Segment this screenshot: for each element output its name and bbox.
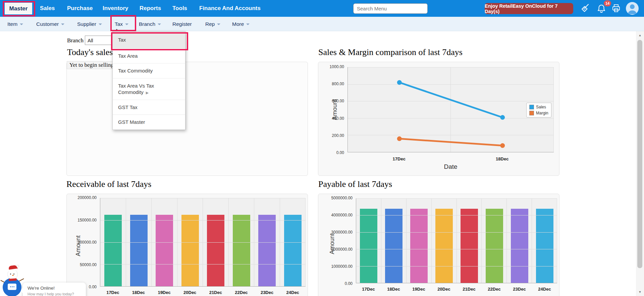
- point-margin-18Dec[interactable]: [500, 143, 505, 148]
- chat-status-text: We're Online!: [28, 286, 82, 291]
- subnav-item-register[interactable]: Register: [172, 17, 192, 31]
- nav-item-master[interactable]: Master: [5, 3, 32, 14]
- bar-23Dec[interactable]: [511, 209, 528, 283]
- y-tick-label: 2000000.00: [331, 247, 353, 252]
- todays-sales-empty-message: Yet to begin selling: [67, 61, 116, 69]
- chat-message-bubble[interactable]: We're Online! How may I help you today?: [23, 283, 86, 296]
- x-tick-label: 19Dec: [412, 287, 425, 292]
- y-tick-label: 400.00: [332, 116, 344, 121]
- bar-17Dec[interactable]: [104, 215, 122, 286]
- bar-23Dec[interactable]: [258, 215, 276, 286]
- bar-22Dec[interactable]: [233, 215, 250, 286]
- bar-17Dec[interactable]: [360, 209, 377, 283]
- nav-item-sales[interactable]: Sales: [40, 0, 55, 17]
- y-tick-label: 50000.00: [80, 262, 97, 267]
- chat-bubble-icon: [8, 284, 16, 290]
- subnav-item-rep[interactable]: Rep: [205, 17, 220, 31]
- dropdown-item-tax-area-vs-tax-commodity[interactable]: Tax Area Vs Tax Commodity▶: [113, 79, 185, 100]
- dropdown-item-tax-area[interactable]: Tax Area: [113, 49, 185, 64]
- chart-legend: SalesMargin: [526, 103, 551, 117]
- point-sales-18Dec[interactable]: [500, 115, 505, 120]
- point-sales-17Dec[interactable]: [397, 80, 402, 85]
- chevron-down-icon: [246, 23, 250, 25]
- scrollbar-thumb[interactable]: [637, 40, 642, 268]
- subnav-item-item[interactable]: Item: [7, 17, 23, 31]
- x-tick-label: 18Dec: [132, 290, 145, 295]
- chat-greeting-text: How may I help you today?: [28, 292, 82, 296]
- sales-margin-chart-title: Sales & Margin comparison of last 7days: [318, 47, 463, 57]
- point-margin-17Dec[interactable]: [397, 136, 402, 141]
- bar-21Dec[interactable]: [461, 209, 478, 283]
- dropdown-item-gst-master[interactable]: GST Master: [113, 115, 185, 130]
- x-tick-label: 17Dec: [106, 290, 119, 295]
- plot-area: [347, 67, 554, 152]
- y-axis-tick-labels: 5000000.004000000.003000000.002000000.00…: [318, 196, 353, 286]
- dropdown-item-tax[interactable]: Tax: [113, 32, 185, 49]
- branch-label: Branch: [67, 37, 84, 44]
- notification-count-badge: 14: [604, 0, 611, 6]
- payable-chart-panel: Amount 5000000.004000000.003000000.00200…: [318, 194, 559, 296]
- master-sub-navigation: Item Customer Supplier Tax Branch Regist…: [0, 17, 644, 31]
- bar-20Dec[interactable]: [435, 209, 453, 283]
- search-input[interactable]: [353, 3, 428, 14]
- bar-20Dec[interactable]: [181, 215, 199, 286]
- bar-21Dec[interactable]: [207, 215, 224, 286]
- line-sales[interactable]: [399, 83, 503, 117]
- x-tick-label: 21Dec: [463, 287, 475, 292]
- line-margin[interactable]: [399, 139, 503, 145]
- x-tick-label: 18Dec: [496, 156, 508, 161]
- bar-24Dec[interactable]: [536, 209, 553, 283]
- x-tick-label: 20Dec: [183, 290, 196, 295]
- nav-item-tools[interactable]: Tools: [172, 0, 187, 17]
- legend-item-sales[interactable]: Sales: [529, 105, 548, 109]
- plot-area: [356, 198, 557, 283]
- bar-19Dec[interactable]: [410, 209, 428, 283]
- snowman-hat-pom: [16, 265, 19, 267]
- user-avatar[interactable]: [626, 2, 639, 15]
- x-axis-tick-labels: 17Dec18Dec19Dec20Dec21Dec22Dec23Dec24Dec: [356, 287, 557, 292]
- legend-swatch: [529, 111, 534, 115]
- bar-18Dec[interactable]: [130, 215, 148, 286]
- vertical-scrollbar[interactable]: ▲ ▼: [636, 31, 644, 296]
- bar-18Dec[interactable]: [385, 209, 402, 283]
- sales-margin-chart-panel: Amount 1000.00800.00600.00400.00200.000.…: [318, 62, 559, 176]
- y-axis-tick-labels: 1000.00800.00600.00400.00200.000.00: [318, 64, 344, 155]
- y-tick-label: 5000000.00: [331, 196, 353, 200]
- x-tick-label: 19Dec: [158, 290, 170, 295]
- dropdown-item-tax-commodity[interactable]: Tax Commodity: [113, 63, 185, 79]
- bar-22Dec[interactable]: [486, 209, 503, 283]
- submenu-arrow-icon: ▶: [146, 91, 149, 95]
- nav-item-purchase[interactable]: Purchase: [67, 0, 93, 17]
- receivable-chart-panel: Amount 200000.00150000.00100000.0050000.…: [66, 194, 308, 296]
- chevron-down-icon: [125, 23, 128, 25]
- bar-19Dec[interactable]: [156, 215, 173, 286]
- y-tick-label: 100000.00: [77, 240, 97, 245]
- bar-24Dec[interactable]: [284, 215, 302, 286]
- printer-icon[interactable]: [611, 3, 621, 13]
- scrollbar-down-arrow[interactable]: ▼: [636, 289, 644, 295]
- scrollbar-up-arrow[interactable]: ▲: [636, 32, 644, 39]
- y-tick-label: 150000.00: [77, 218, 97, 223]
- nav-item-inventory[interactable]: Inventory: [103, 0, 128, 17]
- subnav-item-more[interactable]: More: [232, 17, 250, 31]
- legend-item-margin[interactable]: Margin: [529, 111, 548, 115]
- nav-item-finance-accounts[interactable]: Finance And Accounts: [199, 0, 261, 17]
- nav-item-reports[interactable]: Reports: [140, 0, 161, 17]
- todays-sales-title: Today's sales: [67, 47, 113, 57]
- snowman-eye: [13, 274, 14, 275]
- chat-widget-button[interactable]: [1, 266, 25, 296]
- x-tick-label: 17Dec: [362, 287, 375, 292]
- theme-brush-icon[interactable]: [580, 3, 590, 13]
- x-tick-label: 22Dec: [235, 290, 248, 295]
- subnav-item-branch[interactable]: Branch: [139, 17, 161, 31]
- subnav-item-supplier[interactable]: Supplier: [77, 17, 102, 31]
- dropdown-item-gst-tax[interactable]: GST Tax: [113, 100, 185, 115]
- x-tick-label: 22Dec: [488, 287, 500, 292]
- tax-dropdown-menu: Tax Tax Area Tax Commodity Tax Area Vs T…: [112, 31, 185, 130]
- subnav-item-customer[interactable]: Customer: [36, 17, 64, 31]
- payable-chart-title: Payable of last 7days: [318, 179, 392, 189]
- trial-banner[interactable]: Enjoy RetailEasy OnCloud for 7 Day(s): [485, 3, 573, 14]
- x-tick-label: 21Dec: [209, 290, 222, 295]
- y-tick-label: 600.00: [332, 99, 344, 103]
- y-tick-label: 0.00: [336, 150, 344, 155]
